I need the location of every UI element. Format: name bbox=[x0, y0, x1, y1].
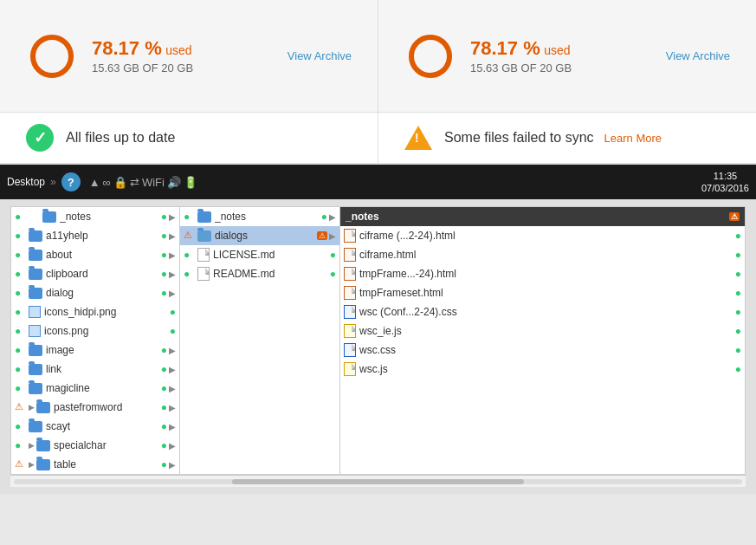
taskbar-lock-icon[interactable]: 🔒 bbox=[113, 176, 127, 189]
storage-info-left: 78.17 % used 15.63 GB OF 20 GB bbox=[92, 37, 288, 75]
status-ok-icon: ● bbox=[15, 420, 27, 432]
expand-icon: ▶ bbox=[29, 441, 35, 450]
row-status-icon: ● bbox=[161, 420, 167, 432]
html-file-icon bbox=[344, 286, 356, 300]
row-status-icon: ● bbox=[735, 249, 741, 261]
css-file-icon bbox=[344, 343, 356, 357]
row-status-icon: ● bbox=[330, 249, 336, 261]
list-item[interactable]: ● a11yhelp ●▶ bbox=[11, 226, 179, 245]
taskbar-help-button[interactable]: ? bbox=[61, 172, 81, 191]
folder-icon bbox=[29, 288, 42, 299]
folder-icon bbox=[36, 402, 50, 413]
chevron-right-icon: ▶ bbox=[169, 422, 176, 431]
list-item[interactable]: wsc (Conf...2-24).css ● bbox=[340, 302, 745, 321]
storage-donut-right bbox=[404, 30, 456, 82]
status-ok-icon: ● bbox=[184, 268, 196, 280]
list-item[interactable]: tmpFrame...-24).html ● bbox=[340, 264, 745, 283]
sync-warn-icon bbox=[404, 124, 432, 152]
row-status-icon: ● bbox=[735, 230, 741, 242]
file-col-1: ● _notes ●▶ ● a11yhelp ●▶ ● about ●▶ ● bbox=[11, 207, 180, 474]
status-ok-icon: ● bbox=[184, 211, 196, 223]
row-status-icon: ● bbox=[735, 306, 741, 318]
list-item[interactable]: ⚠ ▶ table ●▶ bbox=[11, 455, 179, 474]
chevron-right-icon: ▶ bbox=[169, 231, 176, 241]
chevron-right-icon: ▶ bbox=[169, 269, 176, 279]
taskbar-volume-icon[interactable]: 🔊 bbox=[167, 176, 181, 189]
row-status-icon: ● bbox=[321, 211, 327, 223]
list-item[interactable]: ● _notes ●▶ bbox=[180, 207, 339, 226]
taskbar-link-icon[interactable]: ∞ bbox=[103, 176, 111, 189]
file-icon bbox=[197, 267, 210, 281]
taskbar-separator: » bbox=[50, 176, 56, 188]
view-archive-right[interactable]: View Archive bbox=[666, 49, 730, 62]
list-item[interactable]: ● dialog ●▶ bbox=[11, 283, 179, 302]
row-status-icon: ● bbox=[735, 325, 741, 337]
row-status-icon: ● bbox=[735, 268, 741, 280]
chevron-right-icon: ▶ bbox=[169, 384, 176, 393]
list-item[interactable]: ● ▶ specialchar ●▶ bbox=[11, 436, 179, 455]
list-item[interactable]: ● icons_hidpi.png ● bbox=[11, 302, 179, 321]
folder-icon bbox=[29, 230, 42, 242]
row-status-icon: ● bbox=[161, 363, 167, 375]
status-ok-icon: ● bbox=[15, 249, 27, 261]
taskbar-clock: 11:35 07/03/2016 bbox=[701, 170, 749, 195]
storage-info-right: 78.17 % used 15.63 GB OF 20 GB bbox=[470, 37, 666, 75]
taskbar-sync-icon[interactable]: ⇄ bbox=[130, 176, 139, 189]
file-browser: ● _notes ●▶ ● a11yhelp ●▶ ● about ●▶ ● bbox=[10, 206, 746, 475]
list-item[interactable]: wsc_ie.js ● bbox=[340, 321, 745, 341]
status-ok-icon: ● bbox=[15, 439, 27, 451]
row-status-icon: ● bbox=[161, 211, 167, 223]
css-file-icon bbox=[344, 305, 356, 319]
taskbar-battery-icon[interactable]: 🔋 bbox=[184, 176, 197, 189]
scrollbar-track[interactable] bbox=[14, 479, 742, 484]
sync-ok-small-icon bbox=[29, 211, 41, 223]
chevron-right-icon: ▶ bbox=[169, 460, 176, 470]
taskbar: Desktop » ? ▲ ∞ 🔒 ⇄ WiFi 🔊 🔋 11:35 07/03… bbox=[0, 165, 756, 199]
html-file-icon bbox=[344, 248, 356, 262]
status-warn-icon: ⚠ bbox=[15, 458, 27, 470]
chevron-right-icon: ▶ bbox=[169, 250, 176, 260]
status-ok-icon: ● bbox=[15, 344, 27, 356]
view-archive-left[interactable]: View Archive bbox=[288, 49, 352, 62]
list-item[interactable]: ● magicline ●▶ bbox=[11, 379, 179, 398]
file-browser-wrapper: ● _notes ●▶ ● a11yhelp ●▶ ● about ●▶ ● bbox=[0, 199, 756, 494]
sync-warn-text: Some files failed to sync bbox=[444, 130, 594, 146]
list-item[interactable]: ● scayt ●▶ bbox=[11, 417, 179, 436]
list-item[interactable]: wsc.css ● bbox=[340, 341, 745, 360]
list-item[interactable]: ● link ●▶ bbox=[11, 360, 179, 379]
list-item[interactable]: ● about ●▶ bbox=[11, 245, 179, 264]
list-item[interactable]: ● LICENSE.md ● bbox=[180, 245, 339, 264]
row-status-icon: ● bbox=[161, 458, 167, 470]
sync-ok-panel: All files up to date bbox=[0, 113, 378, 163]
list-item[interactable]: ciframe (...2-24).html ● bbox=[340, 226, 745, 245]
list-item[interactable]: ● clipboard ●▶ bbox=[11, 264, 179, 283]
list-item[interactable]: ⚠ dialogs ⚠ ▶ bbox=[180, 226, 339, 245]
horizontal-scrollbar[interactable] bbox=[10, 475, 746, 487]
scrollbar-thumb[interactable] bbox=[232, 479, 523, 484]
list-item[interactable]: tmpFrameset.html ● bbox=[340, 283, 745, 302]
list-item[interactable]: ● README.md ● bbox=[180, 264, 339, 283]
taskbar-system-icons: ▲ ∞ 🔒 ⇄ WiFi 🔊 🔋 bbox=[89, 176, 197, 189]
taskbar-wifi-icon[interactable]: WiFi bbox=[142, 176, 165, 189]
list-item[interactable]: ciframe.html ● bbox=[340, 245, 745, 264]
image-file-icon bbox=[29, 306, 41, 318]
svg-point-3 bbox=[411, 37, 449, 75]
list-item[interactable]: ● _notes ●▶ bbox=[11, 207, 179, 226]
taskbar-up-arrow-icon[interactable]: ▲ bbox=[89, 176, 100, 189]
row-status-icon: ● bbox=[161, 268, 167, 280]
chevron-right-icon: ▶ bbox=[169, 365, 176, 374]
learn-more-link[interactable]: Learn More bbox=[604, 132, 662, 145]
list-item[interactable]: wsc.js ● bbox=[340, 360, 745, 379]
row-status-icon: ● bbox=[735, 363, 741, 375]
svg-point-1 bbox=[33, 37, 71, 75]
list-item[interactable]: ● image ●▶ bbox=[11, 341, 179, 360]
col3-warn-badge: ⚠ bbox=[729, 212, 740, 221]
list-item[interactable]: ● icons.png ● bbox=[11, 321, 179, 341]
row-status-icon: ● bbox=[161, 344, 167, 356]
folder-icon bbox=[29, 421, 42, 432]
folder-icon bbox=[36, 440, 50, 451]
chevron-right-icon: ▶ bbox=[329, 212, 336, 222]
chevron-right-icon: ▶ bbox=[169, 212, 176, 222]
list-item[interactable]: ⚠ ▶ pastefromword ●▶ bbox=[11, 398, 179, 417]
folder-icon bbox=[29, 269, 42, 280]
